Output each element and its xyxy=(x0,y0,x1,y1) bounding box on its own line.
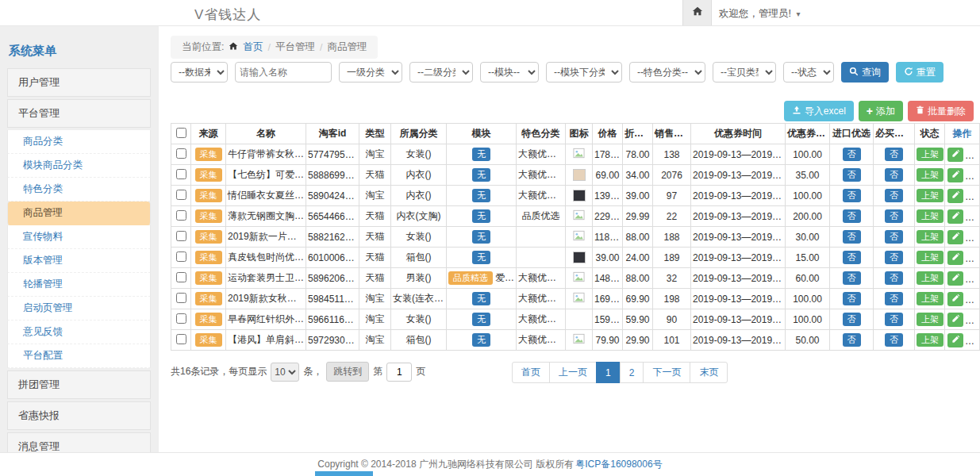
must-buy-toggle[interactable]: 否 xyxy=(885,209,903,223)
sidebar-item-平台管理[interactable]: 平台管理 xyxy=(7,99,151,128)
status-toggle[interactable]: 上架 xyxy=(917,230,943,244)
edit-button[interactable] xyxy=(947,271,963,286)
name-search-input[interactable] xyxy=(235,62,332,83)
status-toggle[interactable]: 上架 xyxy=(917,168,943,182)
page-button-1[interactable]: 1 xyxy=(596,362,621,383)
sidebar-item-宣传物料[interactable]: 宣传物料 xyxy=(7,225,151,249)
filter-select-状态[interactable]: --状态-- xyxy=(783,62,834,83)
per-page-suffix: 条， xyxy=(303,365,322,378)
filter-select-模块下分类[interactable]: --模块下分类-- xyxy=(546,62,622,83)
search-button[interactable]: 查询 xyxy=(841,62,889,83)
edit-button[interactable] xyxy=(947,292,963,306)
status-toggle[interactable]: 上架 xyxy=(917,313,943,326)
must-buy-toggle[interactable]: 否 xyxy=(885,189,903,202)
sidebar-item-意见反馈[interactable]: 意见反馈 xyxy=(7,321,151,344)
row-checkbox[interactable] xyxy=(176,210,186,221)
shop-type: 淘宝 xyxy=(359,144,391,165)
edit-button[interactable] xyxy=(947,313,963,327)
sidebar-item-商品分类[interactable]: 商品分类 xyxy=(7,130,151,154)
status-toggle[interactable]: 上架 xyxy=(917,251,943,264)
home-button[interactable] xyxy=(682,0,712,25)
edit-button[interactable] xyxy=(947,333,963,347)
import-select-toggle[interactable]: 否 xyxy=(843,168,861,182)
per-page-select[interactable]: 10 xyxy=(271,363,299,382)
import-select-toggle[interactable]: 否 xyxy=(843,230,861,244)
row-checkbox[interactable] xyxy=(176,313,186,324)
sidebar-item-特色分类[interactable]: 特色分类 xyxy=(7,178,151,202)
breadcrumb-home-link[interactable]: 首页 xyxy=(243,40,263,54)
taoke-id: 588216228899 xyxy=(306,227,359,248)
must-buy-toggle[interactable]: 否 xyxy=(885,168,903,182)
sidebar-item-商品管理[interactable]: 商品管理 xyxy=(7,202,151,225)
import-select-toggle[interactable]: 否 xyxy=(843,209,861,223)
breadcrumb: 当前位置: 首页 / 平台管理 / 商品管理 xyxy=(171,36,378,59)
edit-button[interactable] xyxy=(947,230,963,244)
status-toggle[interactable]: 上架 xyxy=(917,189,943,202)
edit-button[interactable] xyxy=(947,168,963,182)
filter-select-二级分类[interactable]: --二级分类-- xyxy=(409,62,473,83)
sidebar-item-轮播管理[interactable]: 轮播管理 xyxy=(7,273,151,297)
status-toggle[interactable]: 上架 xyxy=(917,271,943,285)
row-checkbox[interactable] xyxy=(176,334,186,344)
filter-select-特色分类[interactable]: --特色分类-- xyxy=(629,62,705,83)
import-select-toggle[interactable]: 否 xyxy=(843,333,861,347)
row-checkbox[interactable] xyxy=(176,231,186,241)
sidebar-item-模块商品分类[interactable]: 模块商品分类 xyxy=(7,154,151,178)
page-number-input[interactable] xyxy=(386,363,412,382)
import-select-toggle[interactable]: 否 xyxy=(843,313,861,326)
sidebar-item-平台配置[interactable]: 平台配置 xyxy=(7,344,151,368)
edit-button[interactable] xyxy=(947,148,963,162)
sidebar-item-启动页管理[interactable]: 启动页管理 xyxy=(7,297,151,321)
filter-selects-before: --数据来源-- xyxy=(171,62,228,83)
icp-link[interactable]: 粤ICP备16098006号 xyxy=(575,458,662,471)
import-select-toggle[interactable]: 否 xyxy=(843,189,861,202)
must-buy-toggle[interactable]: 否 xyxy=(885,251,903,264)
row-checkbox[interactable] xyxy=(176,293,186,303)
edit-button[interactable] xyxy=(947,251,963,265)
sidebar-item-用户管理[interactable]: 用户管理 xyxy=(7,68,151,97)
breadcrumb-item-platform[interactable]: 平台管理 xyxy=(275,40,315,54)
import-excel-button[interactable]: 导入excel xyxy=(784,101,854,121)
must-buy-toggle[interactable]: 否 xyxy=(885,271,903,285)
filter-select-数据来源[interactable]: --数据来源-- xyxy=(171,62,228,83)
status-toggle[interactable]: 上架 xyxy=(917,292,943,305)
filter-select-一级分类[interactable]: 一级分类 xyxy=(339,62,402,83)
page-button-2[interactable]: 2 xyxy=(620,362,644,383)
shop-type: 天猫 xyxy=(359,227,391,248)
must-buy-toggle[interactable]: 否 xyxy=(885,148,903,161)
status-toggle[interactable]: 上架 xyxy=(917,333,943,347)
row-checkbox[interactable] xyxy=(176,251,186,262)
filter-select-宝贝类型[interactable]: --宝贝类型-- xyxy=(713,62,776,83)
add-button[interactable]: + 添加 xyxy=(859,101,903,121)
must-buy-toggle[interactable]: 否 xyxy=(885,333,903,347)
page-button-首页[interactable]: 首页 xyxy=(512,362,550,383)
import-select-toggle[interactable]: 否 xyxy=(843,292,861,305)
page-button-上一页[interactable]: 上一页 xyxy=(549,362,597,383)
jump-button[interactable]: 跳转到 xyxy=(326,362,369,382)
status-toggle[interactable]: 上架 xyxy=(917,209,943,223)
row-checkbox[interactable] xyxy=(176,148,186,159)
edit-button[interactable] xyxy=(947,189,963,203)
row-checkbox[interactable] xyxy=(176,272,186,282)
filter-select-模块[interactable]: --模块-- xyxy=(480,62,539,83)
sidebar-item-版本管理[interactable]: 版本管理 xyxy=(7,249,151,273)
edit-button[interactable] xyxy=(947,209,963,224)
must-buy-toggle[interactable]: 否 xyxy=(885,230,903,244)
import-select-toggle[interactable]: 否 xyxy=(843,148,861,161)
page-button-下一页[interactable]: 下一页 xyxy=(643,362,690,383)
sidebar-item-省惠快报[interactable]: 省惠快报 xyxy=(7,401,151,430)
must-buy-toggle[interactable]: 否 xyxy=(885,292,903,305)
batch-delete-button[interactable]: 批量删除 xyxy=(908,101,974,121)
sidebar-item-拼团管理[interactable]: 拼团管理 xyxy=(7,370,151,399)
import-select-toggle[interactable]: 否 xyxy=(843,271,861,285)
select-all-checkbox[interactable] xyxy=(176,128,186,138)
row-checkbox[interactable] xyxy=(176,190,186,200)
row-checkbox[interactable] xyxy=(176,169,186,179)
image-placeholder-icon xyxy=(573,212,585,223)
import-select-toggle[interactable]: 否 xyxy=(843,251,861,264)
reset-button[interactable]: 重置 xyxy=(896,62,943,83)
user-menu[interactable]: 欢迎您，管理员! ▾ xyxy=(719,7,801,21)
page-button-末页[interactable]: 末页 xyxy=(690,362,728,383)
must-buy-toggle[interactable]: 否 xyxy=(885,313,903,326)
status-toggle[interactable]: 上架 xyxy=(917,148,943,161)
